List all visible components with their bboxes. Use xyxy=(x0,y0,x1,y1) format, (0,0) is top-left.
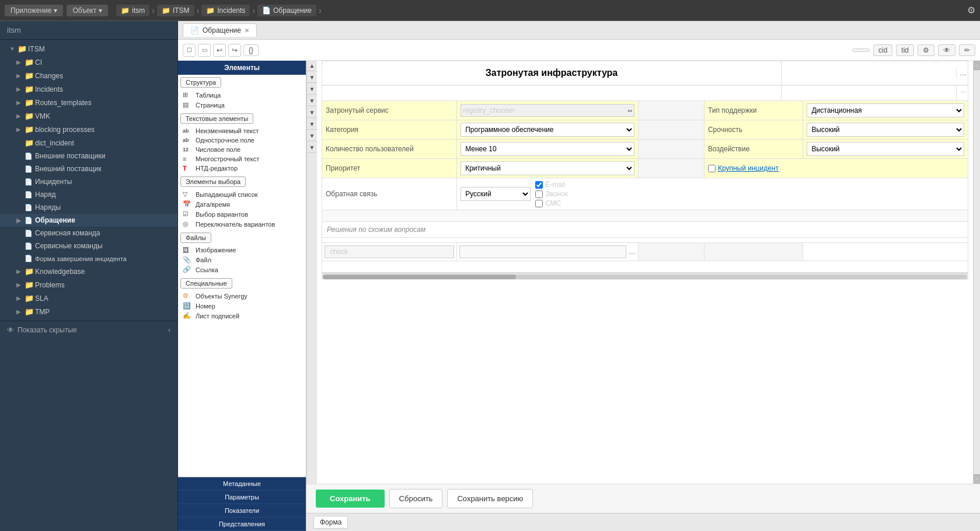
main-layout: itsm ▼ 📁 ITSM ▶ 📁 CI ▶ 📁 Changes ▶ xyxy=(0,21,980,531)
reset-button[interactable]: Сбросить xyxy=(389,489,443,508)
sidebar-item-obrashenie[interactable]: ▶ 📄 Обращение xyxy=(0,214,177,227)
tab-close-button[interactable]: × xyxy=(245,26,249,34)
check-label: check xyxy=(325,245,454,258)
sidebar-item-servisnaya-komanda[interactable]: 📄 Сервисная команда xyxy=(0,227,177,240)
settings2-button[interactable]: ⚙ xyxy=(918,44,934,56)
krupny-incident-checkbox[interactable] xyxy=(708,165,716,172)
square-button[interactable]: ▭ xyxy=(198,44,211,57)
sms-checkbox[interactable] xyxy=(535,200,543,207)
eye-button[interactable]: 👁 xyxy=(938,44,955,56)
sidebar-item-forma-zaversheniya[interactable]: 📄 Форма завершения инцидента xyxy=(0,252,177,265)
sidebar-item-naryad[interactable]: 📄 Наряд xyxy=(0,188,177,201)
sidebar-item-knowledgebase[interactable]: ▶ 📁 Knowledgebase xyxy=(0,265,177,278)
sidebar-item-blocking-processes[interactable]: ▶ 📁 blocking processes xyxy=(0,123,177,136)
email-checkbox[interactable] xyxy=(535,181,543,189)
save-version-button[interactable]: Сохранить версию xyxy=(447,489,533,508)
checkbox-button[interactable]: ☐ xyxy=(183,44,196,57)
field-kolichestvo[interactable]: Менее 10 xyxy=(457,140,639,159)
sidebar-item-CI[interactable]: ▶ 📁 CI xyxy=(0,55,177,69)
field-tip-podderzhki[interactable]: Дистанционная xyxy=(803,101,968,120)
scroll-down3-btn[interactable]: ▼ xyxy=(307,96,317,106)
form-tab[interactable]: Форма xyxy=(313,516,348,529)
sidebar-item-vneshny-postavshik[interactable]: 📄 Внешний поставщик xyxy=(0,162,177,175)
element-list-podpisey[interactable]: ✍ Лист подписей xyxy=(180,311,304,321)
scroll-down6-btn[interactable]: ▼ xyxy=(307,131,317,141)
field-kategoriya[interactable]: Программное обеспечение xyxy=(457,120,639,140)
sidebar-item-Incidents[interactable]: ▶ 📁 Incidents xyxy=(0,82,177,96)
check-input[interactable] xyxy=(459,245,626,258)
sidebar-item-vneshnie-postavshiki[interactable]: 📄 Внешние поставщики xyxy=(0,150,177,162)
scroll-down5-btn[interactable]: ▼ xyxy=(307,119,317,130)
field-prioritet[interactable]: Критичный xyxy=(457,159,639,178)
sidebar-item-VMK[interactable]: ▶ 📁 VMK xyxy=(0,109,177,123)
sidebar-item-sla[interactable]: ▶ 📁 SLA xyxy=(0,291,177,305)
redo-button[interactable]: ↪ xyxy=(228,44,241,57)
major-incident-link[interactable]: Крупный инцидент xyxy=(718,164,779,172)
sidebar-item-Routes_templates[interactable]: ▶ 📁 Routes_templates xyxy=(0,96,177,109)
sidebar-item-dict-incident[interactable]: 📁 dict_incident xyxy=(0,136,177,150)
element-vypadayushiy-spisok[interactable]: ▽ Выпадающий список xyxy=(180,189,304,199)
sidebar-item-servisnye-komandy[interactable]: 📄 Сервисные команды xyxy=(0,240,177,252)
tid-button[interactable]: tid xyxy=(896,44,914,56)
save-button[interactable]: Сохранить xyxy=(316,490,385,508)
scroll-down7-btn[interactable]: ▼ xyxy=(307,143,317,153)
label-zatronuty-servis: Затронутый сервис xyxy=(322,101,457,120)
cid-button[interactable]: cid xyxy=(873,44,892,56)
element-obekty-synergy[interactable]: ⚙ Объекты Synergy xyxy=(180,291,304,301)
registry-chooser-btn[interactable]: ⇔ xyxy=(627,107,632,114)
row1-separator xyxy=(638,101,704,120)
braces-button[interactable]: {} xyxy=(243,44,259,56)
tab-representations[interactable]: Представления xyxy=(178,518,306,531)
sidebar-item-Changes[interactable]: ▶ 📁 Changes xyxy=(0,69,177,82)
field-srochnost[interactable]: Высокий xyxy=(803,120,968,140)
elements-panel-header: Элементы xyxy=(178,61,306,75)
sidebar-item-incidenty[interactable]: 📄 Инциденты xyxy=(0,175,177,188)
element-data-vremya[interactable]: 📅 Дата/время xyxy=(180,199,304,209)
horizontal-scrollbar[interactable] xyxy=(322,273,968,280)
toolbar-empty-btn[interactable] xyxy=(852,48,870,52)
element-ssylka[interactable]: 🔗 Ссылка xyxy=(180,265,304,275)
element-ntd-redactor[interactable]: T НТД-редактор xyxy=(180,164,304,173)
scroll-up-btn[interactable]: ▲ xyxy=(307,61,317,71)
breadcrumb-itsm[interactable]: 📁 itsm xyxy=(116,5,149,16)
app-button[interactable]: Приложение ▾ xyxy=(5,5,63,16)
sidebar-item-ITSM[interactable]: ▼ 📁 ITSM xyxy=(0,42,177,55)
undo-button[interactable]: ↩ xyxy=(213,44,226,57)
scroll-down-btn[interactable]: ▼ xyxy=(307,72,317,83)
object-button[interactable]: Объект ▾ xyxy=(67,5,108,16)
sidebar-item-naryady[interactable]: 📄 Наряды xyxy=(0,201,177,214)
settings-icon[interactable]: ⚙ xyxy=(967,5,975,16)
element-file[interactable]: 📎 Файл xyxy=(180,255,304,265)
breadcrumb-obrashenie[interactable]: 📄 Обращение xyxy=(257,5,316,16)
element-odnostrochnoe-pole[interactable]: ab Однострочное поле xyxy=(180,136,304,145)
language-select[interactable]: Русский xyxy=(461,187,531,201)
sidebar-item-TMP[interactable]: ▶ 📁 TMP xyxy=(0,305,177,318)
title-row-options[interactable]: … xyxy=(960,69,967,77)
sidebar-item-problems[interactable]: ▶ 📁 Problems xyxy=(0,278,177,291)
tab-obrashenie[interactable]: 📄 Обращение × xyxy=(183,23,257,37)
element-vybor-variantov[interactable]: ☑ Выбор вариантов xyxy=(180,209,304,219)
zvonok-checkbox[interactable] xyxy=(535,190,543,198)
element-pereklyuchatel[interactable]: ◎ Переключатель вариантов xyxy=(180,219,304,229)
tab-metadata[interactable]: Метаданные xyxy=(178,477,306,491)
check-options-btn[interactable]: … xyxy=(629,248,636,256)
field-vozdeistvie[interactable]: Высокий xyxy=(803,140,968,159)
element-mnogostrochny-text[interactable]: ≡ Многострочный текст xyxy=(180,154,304,164)
element-neizmenyaemy-text[interactable]: ab Неизменяемый текст xyxy=(180,126,304,136)
vertical-scrollbar[interactable]: ▲ ▼ xyxy=(973,61,980,484)
element-stranitsa[interactable]: ▤ Страница xyxy=(180,100,304,110)
show-hidden-button[interactable]: 👁 Показать скрытые ‹ xyxy=(0,321,177,339)
element-chislovoe-pole[interactable]: 12 Числовое поле xyxy=(180,145,304,154)
scroll-down4-btn[interactable]: ▼ xyxy=(307,107,317,118)
breadcrumb-incidents[interactable]: 📁 Incidents xyxy=(201,5,250,16)
element-tabla[interactable]: ⊞ Таблица xyxy=(180,90,304,100)
breadcrumb-ITSM[interactable]: 📁 ITSM xyxy=(157,5,194,16)
tab-parameters[interactable]: Параметры xyxy=(178,491,306,504)
element-izobrazhenie[interactable]: 🖼 Изображение xyxy=(180,245,304,255)
edit-button[interactable]: ✏ xyxy=(959,44,975,56)
scroll-down2-btn[interactable]: ▼ xyxy=(307,84,317,95)
scroll-down-btn2[interactable]: ▼ xyxy=(974,474,980,484)
element-nomer[interactable]: 🔢 Номер xyxy=(180,301,304,311)
scroll-up-btn2[interactable]: ▲ xyxy=(974,61,980,70)
tab-indicators[interactable]: Показатели xyxy=(178,504,306,518)
